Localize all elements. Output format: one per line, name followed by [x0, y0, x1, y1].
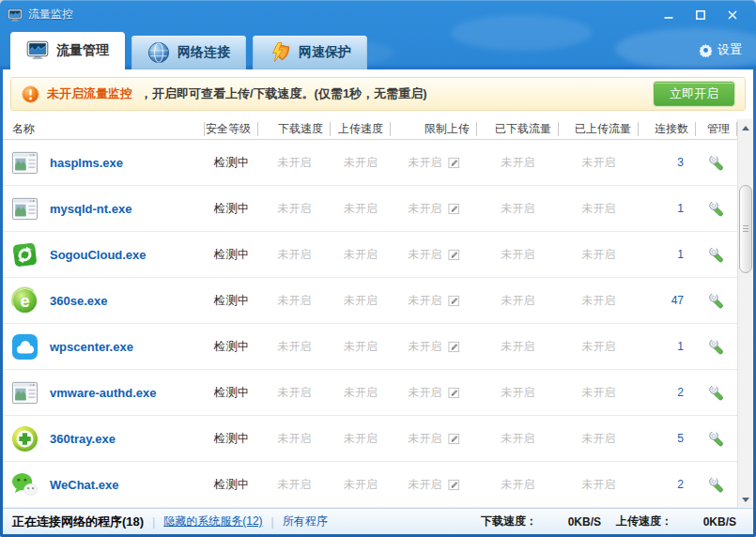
connections-count[interactable]: 3	[639, 156, 696, 169]
minimize-icon	[663, 9, 674, 21]
downloaded-traffic: 未开启	[477, 385, 559, 401]
security-level: 检测中	[205, 201, 258, 217]
table-row[interactable]: vmware-authd.exe 检测中 未开启 未开启 未开启 未开启 未开启…	[3, 370, 737, 416]
tab-network-connections[interactable]: 网络连接	[131, 36, 246, 69]
settings-label: 设置	[717, 41, 742, 58]
traffic-monitor-window: 流量监控 流量管理 网络连接 网速保护 设置	[0, 0, 756, 537]
downloaded-traffic: 未开启	[477, 155, 559, 171]
column-header-limit-upload: 限制上传	[391, 122, 477, 136]
wrench-icon[interactable]	[708, 384, 725, 401]
wrench-icon[interactable]	[708, 338, 725, 355]
all-programs-link[interactable]: 所有程序	[283, 514, 328, 529]
upload-speed: 未开启	[331, 339, 391, 355]
manage-cell	[696, 476, 737, 493]
hidden-services-link[interactable]: 隐藏的系统服务(12)	[163, 514, 262, 529]
process-name-cell: SogouCloud.exe	[3, 240, 205, 269]
security-level: 检测中	[205, 247, 258, 263]
upload-speed: 未开启	[331, 293, 391, 309]
table-row[interactable]: mysqld-nt.exe 检测中 未开启 未开启 未开启 未开启 未开启 1	[3, 186, 737, 232]
edit-pencil-icon[interactable]	[448, 249, 460, 261]
security-level: 检测中	[205, 293, 258, 309]
table-row[interactable]: 360tray.exe 检测中 未开启 未开启 未开启 未开启 未开启 5	[3, 416, 737, 462]
wrench-icon[interactable]	[708, 476, 725, 493]
titlebar: 流量监控	[3, 3, 753, 26]
column-header-name: 名称	[3, 122, 205, 136]
close-button[interactable]	[717, 6, 748, 24]
download-speed: 未开启	[258, 247, 331, 263]
security-level: 检测中	[205, 155, 258, 171]
edit-pencil-icon[interactable]	[448, 341, 460, 353]
warning-banner: 未开启流量监控 ，开启即可查看上传/下载速度。(仅需1秒，无需重启) 立即开启	[10, 77, 746, 111]
connections-count[interactable]: 2	[639, 478, 696, 491]
tab-label: 网速保护	[299, 44, 351, 61]
wps-cloud-icon	[10, 332, 39, 361]
settings-button[interactable]: 设置	[695, 38, 753, 58]
scroll-down-button[interactable]	[738, 491, 753, 508]
download-speed: 未开启	[258, 385, 331, 401]
table-scrollbar[interactable]	[737, 119, 753, 508]
connections-count[interactable]: 47	[639, 294, 696, 307]
limit-upload-cell: 未开启	[391, 247, 477, 263]
downloaded-traffic: 未开启	[477, 339, 559, 355]
wrench-icon[interactable]	[708, 154, 725, 171]
download-speed: 未开启	[258, 339, 331, 355]
edit-pencil-icon[interactable]	[448, 479, 460, 491]
statusbar: 正在连接网络的程序(18) | 隐藏的系统服务(12) | 所有程序 下载速度：…	[3, 508, 753, 534]
wrench-icon[interactable]	[708, 292, 725, 309]
table-row[interactable]: WeChat.exe 检测中 未开启 未开启 未开启 未开启 未开启 2	[3, 462, 737, 508]
scroll-up-button[interactable]	[738, 119, 753, 136]
connections-count[interactable]: 1	[639, 340, 696, 353]
edit-pencil-icon[interactable]	[448, 203, 460, 215]
table-row[interactable]: SogouCloud.exe 检测中 未开启 未开启 未开启 未开启 未开启 1	[3, 232, 737, 278]
gear-icon	[699, 43, 713, 57]
maximize-icon	[695, 9, 706, 21]
wrench-icon[interactable]	[708, 200, 725, 217]
scroll-thumb[interactable]	[739, 185, 752, 273]
generic-app-icon	[10, 194, 39, 223]
limit-upload-cell: 未开启	[391, 385, 477, 401]
download-speed: 未开启	[258, 431, 331, 447]
generic-app-icon	[10, 148, 39, 177]
globe-icon	[147, 41, 170, 64]
upload-speed: 未开启	[331, 247, 391, 263]
manage-cell	[696, 338, 737, 355]
connections-count[interactable]: 5	[639, 432, 696, 445]
tab-label: 网络连接	[177, 44, 230, 61]
banner-highlight: 未开启流量监控	[47, 85, 132, 102]
table-row[interactable]: hasplms.exe 检测中 未开启 未开启 未开启 未开启 未开启 3	[3, 140, 737, 186]
process-name-cell: vmware-authd.exe	[3, 378, 205, 407]
edit-pencil-icon[interactable]	[448, 387, 460, 399]
window-title: 流量监控	[28, 7, 73, 23]
upload-speed: 未开启	[331, 155, 391, 171]
connected-programs-label: 正在连接网络的程序(18)	[12, 514, 144, 530]
edit-pencil-icon[interactable]	[448, 433, 460, 445]
table-row[interactable]: e 360se.exe 检测中 未开启 未开启 未开启 未开启 未开启 47	[3, 278, 737, 324]
wrench-icon[interactable]	[708, 430, 725, 447]
downloaded-traffic: 未开启	[477, 477, 559, 493]
connections-count[interactable]: 1	[639, 248, 696, 261]
maximize-button[interactable]	[685, 6, 717, 24]
tab-speed-protection[interactable]: 网速保护	[253, 36, 367, 69]
tab-traffic-management[interactable]: 流量管理	[10, 32, 125, 69]
tabbar: 流量管理 网络连接 网速保护 设置	[3, 26, 753, 69]
edit-pencil-icon[interactable]	[448, 295, 460, 307]
manage-cell	[696, 384, 737, 401]
upload-speed: 未开启	[331, 477, 391, 493]
uploaded-traffic: 未开启	[559, 385, 639, 401]
warning-icon	[22, 85, 39, 103]
edit-pencil-icon[interactable]	[448, 157, 460, 169]
minimize-button[interactable]	[653, 6, 685, 24]
process-name: SogouCloud.exe	[50, 248, 147, 262]
download-speed-label: 下载速度：	[481, 514, 537, 529]
connections-count[interactable]: 2	[639, 386, 696, 399]
uploaded-traffic: 未开启	[559, 247, 639, 263]
connections-count[interactable]: 1	[639, 202, 696, 215]
wrench-icon[interactable]	[708, 246, 725, 263]
enable-now-button[interactable]: 立即开启	[654, 82, 734, 106]
process-name-cell: mysqld-nt.exe	[3, 194, 205, 223]
360se-browser-icon: e	[10, 286, 39, 315]
limit-upload-cell: 未开启	[391, 431, 477, 447]
table-row[interactable]: wpscenter.exe 检测中 未开启 未开启 未开启 未开启 未开启 1	[3, 324, 737, 370]
process-name-cell: e 360se.exe	[3, 286, 205, 315]
limit-upload-cell: 未开启	[391, 201, 477, 217]
